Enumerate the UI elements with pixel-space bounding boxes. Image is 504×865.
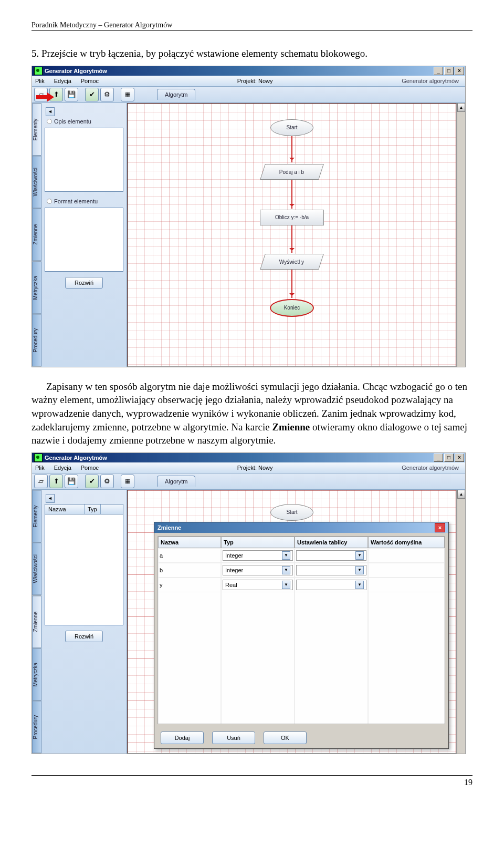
toolbar-settings-icon[interactable]: ⚙	[100, 475, 114, 488]
menu-pomoc[interactable]: Pomoc	[81, 78, 99, 84]
scrollbar-vertical[interactable]: ▲	[457, 103, 465, 367]
type-select[interactable]: Integer▼	[223, 550, 293, 561]
panel-header-2: Format elementu	[45, 197, 123, 205]
menu-plik[interactable]: Plik	[35, 465, 45, 471]
array-select[interactable]: ▼	[296, 580, 366, 590]
screenshot-1: Generator Algorytmów _ □ × Plik Edycja P…	[32, 66, 466, 367]
dialog-title: Zmienne	[158, 524, 181, 531]
toolbar-link-icon[interactable]: ⬆	[49, 475, 63, 488]
cell-array[interactable]: ▼	[295, 548, 368, 563]
toolbar-check-icon[interactable]: ✔	[85, 88, 99, 101]
chevron-down-icon[interactable]: ▼	[355, 566, 364, 574]
list-number: 5.	[32, 48, 39, 59]
cell-type[interactable]: Integer▼	[221, 563, 295, 578]
vtab-metryczka[interactable]: Metryczka	[32, 648, 41, 701]
page-number: 19	[464, 778, 472, 787]
menu-bar: Plik Edycja Pomoc Projekt: Nowy Generato…	[32, 76, 465, 87]
menu-plik[interactable]: Plik	[35, 78, 45, 84]
left-panel: ◄ Nazwa Typ Rozwiń	[41, 490, 127, 754]
minimize-button[interactable]: _	[434, 454, 443, 462]
dialog-title-bar: Zmienne ×	[154, 522, 448, 533]
chevron-down-icon[interactable]: ▼	[282, 581, 290, 589]
cell-name[interactable]: y	[158, 578, 221, 592]
chevron-down-icon[interactable]: ▼	[355, 551, 364, 560]
menu-pomoc[interactable]: Pomoc	[81, 465, 99, 471]
left-panel: ◄ Opis elementu Format elementu Rozwiń	[41, 103, 127, 367]
toolbar-link-icon[interactable]: ⬆	[49, 88, 63, 101]
flowchart-canvas[interactable]: Start Zmienne × Nazwa Typ Ustawienia tab…	[127, 490, 457, 754]
menu-edycja[interactable]: Edycja	[54, 465, 71, 471]
close-button[interactable]: ×	[455, 67, 464, 75]
maximize-button[interactable]: □	[444, 454, 454, 462]
toolbar-save-icon[interactable]: 💾	[65, 88, 78, 101]
vtab-wlasciwosci[interactable]: Właściwości	[32, 542, 41, 595]
brand-label: Generator algorytmów	[402, 465, 459, 471]
array-select[interactable]: ▼	[296, 550, 366, 561]
flowchart-start[interactable]: Start	[270, 504, 313, 521]
flowchart-start[interactable]: Start	[270, 119, 313, 136]
type-select[interactable]: Integer▼	[223, 565, 293, 575]
chevron-down-icon[interactable]: ▼	[282, 566, 290, 574]
type-select[interactable]: Real▼	[223, 580, 293, 590]
page-footer: 19	[32, 775, 472, 787]
usun-button[interactable]: Usuń	[212, 732, 255, 744]
flowchart-process[interactable]: Oblicz y:= -b/a	[260, 210, 324, 225]
maximize-button[interactable]: □	[444, 67, 454, 75]
paragraph-1: 5. Przejście w tryb łączenia, by połączy…	[32, 47, 472, 60]
toolbar-new-icon[interactable]: ▱	[34, 88, 48, 101]
chevron-down-icon[interactable]: ▼	[282, 551, 290, 560]
cell-type[interactable]: Real▼	[221, 578, 295, 592]
array-select[interactable]: ▼	[296, 565, 366, 575]
cell-name[interactable]: b	[158, 563, 221, 578]
vtab-zmienne[interactable]: Zmienne	[32, 595, 41, 648]
dodaj-button[interactable]: Dodaj	[161, 732, 204, 744]
collapse-icon[interactable]: ◄	[46, 494, 55, 503]
toolbar-grid-icon[interactable]: ▦	[121, 475, 134, 488]
flowchart-canvas[interactable]: Start Podaj a i b Oblicz y:= -b/a Wyświe…	[127, 103, 457, 367]
dialog-close-button[interactable]: ×	[435, 523, 445, 532]
tab-algorytm[interactable]: Algorytm	[157, 89, 195, 100]
dialog-buttons: Dodaj Usuń OK	[154, 727, 448, 748]
window-title: Generator Algorytmów	[45, 455, 107, 461]
scrollbar-vertical[interactable]: ▲	[457, 490, 465, 754]
cell-default[interactable]	[368, 578, 445, 592]
toolbar-save-icon[interactable]: 💾	[65, 475, 78, 488]
cell-name[interactable]: a	[158, 548, 221, 563]
flowchart-end[interactable]: Koniec	[270, 299, 314, 317]
vtab-elementy[interactable]: Elementy	[32, 490, 41, 542]
scroll-up-icon[interactable]: ▲	[457, 103, 465, 112]
flowchart-output[interactable]: Wyświetl y	[260, 254, 324, 270]
title-bar: Generator Algorytmów _ □ ×	[32, 453, 465, 462]
cell-array[interactable]: ▼	[295, 563, 368, 578]
vtab-procedury[interactable]: Procedury	[32, 314, 41, 366]
project-label: Projekt: Nowy	[108, 465, 402, 471]
cell-default[interactable]	[368, 548, 445, 563]
connector	[291, 136, 292, 162]
toolbar-grid-icon[interactable]: ▦	[121, 88, 134, 101]
close-button[interactable]: ×	[455, 454, 464, 462]
cell-default[interactable]	[368, 563, 445, 578]
cell-type[interactable]: Integer▼	[221, 548, 295, 563]
expand-button[interactable]: Rozwiń	[65, 277, 103, 289]
expand-button[interactable]: Rozwiń	[65, 631, 103, 642]
vtab-elementy[interactable]: Elementy	[32, 103, 41, 156]
toolbar-new-icon[interactable]: ▱	[34, 475, 48, 488]
vtab-wlasciwosci[interactable]: Właściwości	[32, 156, 41, 208]
cell-array[interactable]: ▼	[295, 578, 368, 592]
collapse-icon[interactable]: ◄	[46, 107, 55, 116]
flowchart-input[interactable]: Podaj a i b	[260, 164, 324, 180]
minimize-button[interactable]: _	[434, 67, 443, 75]
vtab-zmienne[interactable]: Zmienne	[32, 208, 41, 261]
ok-button[interactable]: OK	[264, 732, 307, 744]
vtab-metryczka[interactable]: Metryczka	[32, 261, 41, 314]
toolbar-settings-icon[interactable]: ⚙	[100, 88, 114, 101]
dialog-col-typ: Typ	[221, 537, 295, 548]
vtab-procedury[interactable]: Procedury	[32, 701, 41, 753]
toolbar-check-icon[interactable]: ✔	[85, 475, 99, 488]
chevron-down-icon[interactable]: ▼	[355, 581, 364, 589]
screenshot-2: Generator Algorytmów _ □ × Plik Edycja P…	[32, 452, 466, 754]
connector	[291, 270, 292, 298]
menu-edycja[interactable]: Edycja	[54, 78, 71, 84]
tab-algorytm[interactable]: Algorytm	[157, 476, 195, 487]
scroll-up-icon[interactable]: ▲	[457, 490, 465, 499]
